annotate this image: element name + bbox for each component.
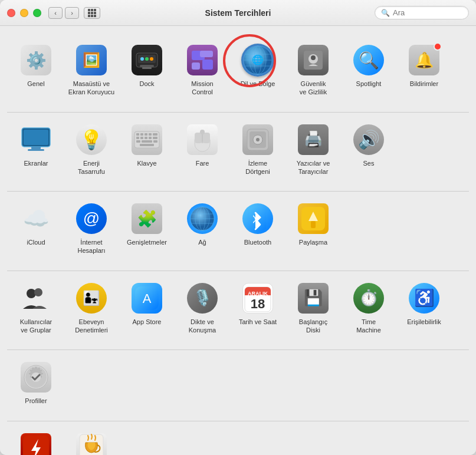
pref-genisletmeler[interactable]: 🧩 Genişletmeler: [120, 199, 173, 259]
pref-baslangic[interactable]: 💾 BaşlangıçDiski: [287, 278, 340, 338]
ses-label: Ses: [363, 159, 375, 167]
pref-dock[interactable]: Dock: [120, 40, 173, 100]
svg-rect-40: [140, 144, 154, 146]
dil-label: Dil ve Bölge: [241, 80, 275, 88]
yazicilar-label: Yazıcılar veTarayıcılar: [297, 159, 330, 176]
traffic-lights: [7, 9, 41, 17]
ses-icon-container: 🔊: [352, 123, 385, 156]
section2-grid: Ekranlar 💡 EnerjiTasarrufu: [7, 115, 469, 184]
flash-svg: [23, 436, 49, 455]
search-icon: 🔍: [381, 9, 390, 17]
search-box[interactable]: 🔍: [375, 6, 469, 19]
pref-timemachine[interactable]: ⏱️ TimeMachine: [342, 278, 395, 338]
pref-ekranlar[interactable]: Ekranlar: [9, 120, 63, 180]
pref-klavye[interactable]: Klavye: [120, 120, 173, 180]
svg-rect-25: [28, 149, 44, 151]
minimize-button[interactable]: [20, 9, 28, 17]
pref-internet[interactable]: @ İnternetHesapları: [65, 199, 118, 259]
internet-label: İnternetHesapları: [77, 238, 105, 255]
svg-rect-23: [24, 130, 48, 145]
pref-profiller[interactable]: Profiller: [9, 357, 63, 408]
window-title: Sistem Tercihleri: [205, 8, 271, 18]
pref-dil[interactable]: 🌐 Dil ve Bölge: [231, 40, 284, 100]
ekranlar-icon: [21, 127, 51, 153]
search-input[interactable]: [393, 8, 462, 17]
dil-icon: 🌐: [241, 44, 274, 77]
pref-flash[interactable]: Flash Player: [9, 428, 63, 455]
maximize-button[interactable]: [33, 9, 41, 17]
pref-bildirimler[interactable]: 🔔 Bildirimler: [398, 40, 451, 100]
profiller-icon: [21, 362, 51, 393]
ebeveyn-label: EbeveynDenetimleri: [75, 318, 108, 335]
back-button[interactable]: ‹: [48, 7, 63, 19]
pref-appstore[interactable]: A App Store: [120, 278, 173, 338]
svg-rect-10: [202, 60, 213, 70]
bluetooth-label: Bluetooth: [244, 238, 271, 246]
pref-spotlight[interactable]: 🔍 Spotlight: [342, 40, 395, 100]
bluetooth-svg: [250, 206, 266, 232]
timemachine-icon: ⏱️: [353, 283, 384, 314]
appstore-icon: A: [132, 283, 162, 314]
grid-icon: [88, 9, 96, 17]
pref-enerji[interactable]: 💡 EnerjiTasarrufu: [65, 120, 118, 180]
svg-rect-45: [200, 130, 205, 134]
spotlight-icon: 🔍: [353, 45, 384, 75]
pref-ag[interactable]: Ağ: [176, 199, 229, 259]
close-button[interactable]: [7, 9, 15, 17]
section-personal: ⚙️ Genel 🖼️ Masaüstü veEkran Koruyucu: [7, 35, 469, 113]
izleme-svg: [245, 127, 271, 153]
klavye-svg: [134, 131, 160, 149]
grid-button[interactable]: [84, 7, 100, 19]
pref-izleme[interactable]: İzlemeDörtgeni: [231, 120, 284, 180]
klavye-label: Klavye: [137, 159, 156, 167]
pref-tarih[interactable]: ARALIK 18 Tarih ve Saat: [231, 278, 284, 338]
java-icon-container: JAVA: [75, 432, 108, 455]
bildirimler-icon: 🔔: [409, 45, 439, 75]
erisilebilirlik-icon-container: ♿: [408, 282, 441, 315]
mission-icon: [187, 45, 218, 75]
fare-label: Fare: [196, 159, 209, 167]
pref-kullanicilar[interactable]: Kullanıcılarve Gruplar: [9, 278, 63, 338]
dock-icon-container: [130, 44, 163, 77]
pref-yazicilar[interactable]: 🖨️ Yazıcılar veTarayıcılar: [287, 120, 340, 180]
section5-grid: Profiller: [7, 352, 469, 413]
pref-icloud[interactable]: ☁️ iCloud: [9, 199, 63, 259]
titlebar: ‹ › Sistem Tercihleri 🔍: [0, 0, 476, 26]
pref-ebeveyn[interactable]: 👨‍👧 EbeveynDenetimleri: [65, 278, 118, 338]
svg-rect-2: [140, 65, 154, 67]
pref-paylasma[interactable]: Paylaşma: [287, 199, 340, 259]
pref-guvenlik[interactable]: Güvenlikve Gizlilik: [287, 40, 340, 100]
svg-text:ARALIK: ARALIK: [248, 291, 268, 296]
svg-rect-33: [140, 137, 143, 139]
guvenlik-icon-container: [297, 44, 330, 77]
pref-mission[interactable]: MissionControl: [176, 40, 229, 100]
section1-grid: ⚙️ Genel 🖼️ Masaüstü veEkran Koruyucu: [7, 35, 469, 105]
pref-bluetooth[interactable]: Bluetooth: [231, 199, 284, 259]
fare-svg: [193, 127, 211, 153]
pref-masaustu[interactable]: 🖼️ Masaüstü veEkran Koruyucu: [65, 40, 118, 100]
izleme-icon: [242, 124, 273, 155]
svg-point-5: [145, 57, 149, 61]
pref-java[interactable]: JAVA Java: [65, 428, 118, 455]
svg-rect-43: [202, 133, 210, 143]
icloud-label: iCloud: [27, 238, 45, 246]
section3-grid: ☁️ iCloud @ İnternetHesapları 🧩 Genişlet…: [7, 194, 469, 263]
klavye-icon: [132, 124, 162, 155]
pref-fare[interactable]: Fare: [176, 120, 229, 180]
ekranlar-svg: [21, 127, 51, 153]
pref-ses[interactable]: 🔊 Ses: [342, 120, 395, 180]
pref-genel[interactable]: ⚙️ Genel: [9, 40, 63, 100]
spotlight-icon-container: 🔍: [352, 44, 385, 77]
icloud-icon: ☁️: [21, 203, 51, 234]
svg-rect-39: [153, 140, 157, 143]
genel-icon-container: ⚙️: [19, 44, 52, 77]
timemachine-label: TimeMachine: [356, 318, 381, 335]
ebeveyn-icon-container: 👨‍👧: [75, 282, 108, 315]
timemachine-icon-container: ⏱️: [352, 282, 385, 315]
content-area: ⚙️ Genel 🖼️ Masaüstü veEkran Koruyucu: [0, 26, 476, 455]
ses-icon: 🔊: [353, 124, 384, 155]
pref-erisilebilirlik[interactable]: ♿ Erişilebilirlik: [398, 278, 451, 338]
forward-button[interactable]: ›: [65, 7, 79, 19]
pref-dikte[interactable]: 🎙️ Dikte veKonuşma: [176, 278, 229, 338]
baslangic-icon-container: 💾: [297, 282, 330, 315]
